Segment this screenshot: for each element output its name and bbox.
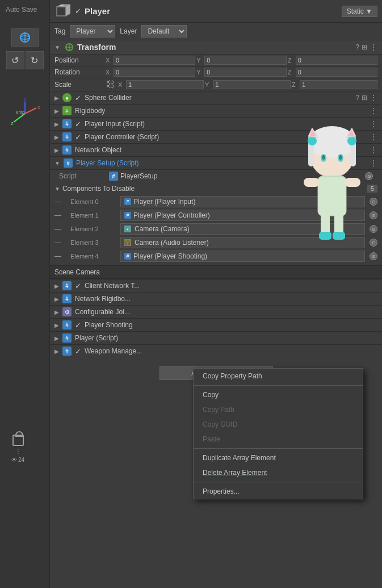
svg-text:y: y bbox=[24, 97, 27, 102]
sc-settings-icon[interactable]: ⊞ bbox=[362, 94, 367, 102]
ctx-sep-2 bbox=[194, 448, 363, 449]
ctx-copy-guid: Copy GUID bbox=[194, 417, 363, 432]
ctd-arrow[interactable]: ▼ bbox=[54, 186, 60, 192]
cn-check[interactable]: ✓ bbox=[75, 282, 81, 290]
nr-name: Network Rigidbо... bbox=[75, 295, 377, 303]
wm-check[interactable]: ✓ bbox=[75, 347, 81, 356]
pc-check[interactable]: ✓ bbox=[75, 133, 81, 141]
pos-x-input[interactable] bbox=[114, 56, 195, 65]
script-ref-select[interactable]: ⊙ bbox=[365, 172, 373, 180]
psh-arrow[interactable]: ▶ bbox=[54, 322, 59, 328]
main-content: ✓ Player Static ▼ Tag Player Layer Defau… bbox=[50, 0, 382, 389]
ps-icon: # bbox=[64, 159, 73, 168]
client-network-row: ▶ # ✓ Client Network T... bbox=[50, 279, 382, 292]
svg-rect-10 bbox=[57, 7, 66, 16]
ps-more-menu[interactable]: ⋮ bbox=[370, 159, 377, 168]
pos-z-input[interactable] bbox=[296, 56, 377, 65]
svg-text:x: x bbox=[37, 105, 40, 110]
tag-label: Tag bbox=[54, 27, 65, 35]
rigidbody-row: ▶ + Rigidbody ⋮ bbox=[50, 104, 382, 117]
wm-arrow[interactable]: ▶ bbox=[54, 348, 59, 355]
sc-more-menu[interactable]: ⋮ bbox=[370, 93, 377, 102]
help-icon[interactable]: ? bbox=[355, 43, 359, 51]
elem2-select[interactable]: ⊙ bbox=[370, 225, 377, 233]
sc-help-icon[interactable]: ? bbox=[355, 94, 359, 102]
no-more-menu[interactable]: ⋮ bbox=[370, 145, 377, 155]
settings-icon[interactable]: ⊞ bbox=[362, 43, 367, 51]
ctd-header: ▼ Components To Disable 5 bbox=[54, 182, 377, 195]
player-checkbox[interactable]: ✓ bbox=[75, 7, 81, 15]
sca-x-label: X bbox=[118, 81, 125, 88]
ctd-count: 5 bbox=[367, 185, 377, 193]
elem4-text: Player (Player Shooting) bbox=[133, 252, 207, 260]
ctx-duplicate-array[interactable]: Duplicate Array Element bbox=[194, 451, 363, 465]
cn-arrow[interactable]: ▶ bbox=[54, 283, 59, 289]
elem3-value: 🎧 Camera (Audio Listener) bbox=[120, 237, 365, 248]
pc-more-menu[interactable]: ⋮ bbox=[370, 132, 377, 141]
sphere-collider-icon: ● bbox=[62, 93, 72, 102]
tag-dropdown[interactable]: Player bbox=[70, 25, 115, 37]
elem1-value: # Player (Player Controller) bbox=[120, 210, 365, 221]
sca-x-input[interactable] bbox=[126, 80, 204, 89]
nr-arrow[interactable]: ▶ bbox=[54, 296, 59, 302]
layer-dropdown[interactable]: Default bbox=[141, 25, 187, 37]
tool-rotate[interactable] bbox=[11, 28, 39, 47]
more-menu[interactable]: ⋮ bbox=[370, 43, 377, 52]
rot-x-label: X bbox=[106, 69, 112, 76]
elem3-dash: — bbox=[54, 239, 66, 247]
rotation-xyz: X Y Z bbox=[106, 68, 377, 77]
ctx-copy[interactable]: Copy bbox=[194, 387, 363, 402]
position-row: Position X Y Z bbox=[50, 54, 382, 66]
psh-icon: # bbox=[62, 320, 72, 330]
lock-area: ⋮ 👁24 bbox=[11, 435, 24, 463]
scene-camera-label: Scene Camera bbox=[54, 268, 100, 276]
pscr-arrow[interactable]: ▶ bbox=[54, 335, 59, 341]
static-button[interactable]: Static ▼ bbox=[342, 6, 377, 17]
ctx-properties[interactable]: Properties... bbox=[194, 484, 363, 499]
position-xyz: X Y Z bbox=[106, 56, 377, 65]
sca-z-input[interactable] bbox=[300, 80, 377, 89]
pos-y-input[interactable] bbox=[204, 56, 286, 65]
lock-icon[interactable] bbox=[12, 435, 24, 446]
elem0-icon: # bbox=[124, 198, 131, 205]
auto-save-label: Auto Save bbox=[6, 6, 37, 14]
pi-arrow[interactable]: ▶ bbox=[54, 121, 59, 127]
script-row: Script # PlayerSetup ⊙ bbox=[50, 169, 382, 182]
element-4-row: — Element 4 # Player (Player Shooting) ⊙ bbox=[54, 249, 377, 263]
elem4-select[interactable]: ⊙ bbox=[370, 252, 377, 260]
scale-row: Scale ⛓ X Y Z bbox=[50, 78, 382, 91]
rot-x-input[interactable] bbox=[114, 68, 195, 77]
ctx-delete-array[interactable]: Delete Array Element bbox=[194, 465, 363, 480]
elem0-select[interactable]: ⊙ bbox=[370, 198, 377, 206]
pi-check[interactable]: ✓ bbox=[75, 120, 81, 128]
elem4-value: # Player (Player Shooting) bbox=[120, 251, 365, 262]
tool-btn-left[interactable]: ↺ bbox=[6, 51, 24, 69]
no-arrow[interactable]: ▶ bbox=[54, 147, 59, 153]
elem3-select[interactable]: ⊙ bbox=[370, 239, 377, 247]
pc-arrow[interactable]: ▶ bbox=[54, 134, 59, 140]
psh-check[interactable]: ✓ bbox=[75, 321, 81, 330]
elem1-select[interactable]: ⊙ bbox=[370, 211, 377, 219]
element-0-row: — Element 0 # Player (Player Input) ⊙ bbox=[54, 195, 377, 208]
ctx-copy-property-path[interactable]: Copy Property Path bbox=[194, 369, 363, 383]
rot-y-label: Y bbox=[196, 69, 203, 76]
pi-more-menu[interactable]: ⋮ bbox=[370, 119, 377, 128]
network-rigidbody-row: ▶ # Network Rigidbо... bbox=[50, 292, 382, 305]
rigidbody-arrow[interactable]: ▶ bbox=[54, 108, 59, 114]
rb-more-menu[interactable]: ⋮ bbox=[370, 106, 377, 115]
rot-y-input[interactable] bbox=[204, 68, 286, 77]
cj-arrow[interactable]: ▶ bbox=[54, 309, 59, 315]
layer-label: Layer bbox=[120, 27, 137, 35]
transform-arrow[interactable]: ▼ bbox=[54, 44, 60, 51]
ps-arrow[interactable]: ▼ bbox=[54, 160, 60, 166]
rot-z-input[interactable] bbox=[296, 68, 377, 77]
sphere-collider-check[interactable]: ✓ bbox=[75, 94, 81, 102]
sca-y-input[interactable] bbox=[213, 80, 291, 89]
tool-btn-right[interactable]: ↻ bbox=[26, 51, 44, 69]
sca-z-label: Z bbox=[292, 81, 299, 88]
sphere-collider-help: ? ⊞ ⋮ bbox=[355, 93, 377, 102]
more-options[interactable]: ⋮ bbox=[15, 448, 21, 454]
elem4-icon: # bbox=[124, 253, 131, 260]
sphere-collider-arrow[interactable]: ▶ bbox=[54, 95, 59, 101]
configurable-joint-row: ▶ ⚙ Configurable Joi... bbox=[50, 305, 382, 318]
